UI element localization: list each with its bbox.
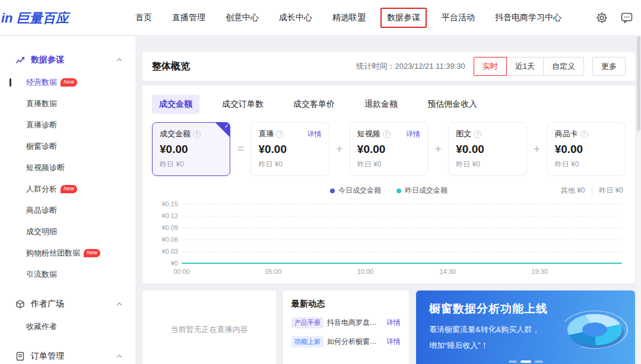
metric-card-yesterday: 昨日 ¥0 (555, 159, 618, 170)
chevron-up-icon (116, 58, 122, 62)
sidebar-item-traffic-data[interactable]: 引流数据 (0, 264, 135, 285)
sidebar-header-label: 数据参谋 (31, 55, 64, 65)
sidebar-item-fanclub-data[interactable]: 购物粉丝团数据 New (0, 242, 135, 264)
range-custom-button[interactable]: 自定义 (543, 57, 584, 76)
tab-refund-amount[interactable]: 退款金额 (357, 95, 405, 114)
legend-label: 今日成交金额 (338, 186, 381, 196)
tab-est-commission[interactable]: 预估佣金收入 (420, 95, 484, 114)
legend-today[interactable]: 今日成交金额 (330, 186, 381, 196)
sidebar-item-label: 直播数据 (26, 98, 57, 109)
other-yesterday: 昨日 ¥0 (599, 186, 623, 194)
sidebar: 数据参谋 经营数据 New 直播数据 直播诊断 橱窗诊断 短视频诊断 (0, 36, 135, 364)
news-detail-link[interactable]: 详情 (386, 337, 401, 347)
nav-icons (596, 0, 633, 36)
new-badge: New (61, 185, 77, 193)
metric-card-value: ¥0.00 (357, 143, 420, 156)
metric-card-live[interactable]: 直播 ? 详情 ¥0.00 昨日 ¥0 (250, 122, 329, 176)
metric-card-yesterday: 昨日 ¥0 (160, 159, 223, 170)
tab-avg-order-value[interactable]: 成交客单价 (286, 95, 342, 114)
more-button[interactable]: 更多 (592, 57, 626, 76)
carousel-dot-active[interactable] (521, 360, 531, 363)
info-icon[interactable]: ? (383, 130, 391, 138)
message-bubble-icon[interactable] (621, 12, 633, 24)
tab-gmv[interactable]: 成交金额 (152, 95, 199, 114)
sidebar-header-order-mgmt[interactable]: 订单管理 (0, 344, 135, 364)
tab-order-count[interactable]: 成交订单数 (215, 95, 271, 114)
overview-header: 整体概览 统计时间：2023/12/21 11:39:30 实时 近1天 自定义… (142, 52, 635, 81)
legend-yesterday[interactable]: 昨日成交金额 (396, 186, 448, 196)
metric-card-image-text[interactable]: 图文 ? ¥0.00 昨日 ¥0 (448, 122, 526, 176)
metric-card-total[interactable]: ✓ 成交金额 ? ¥0.00 昨日 ¥0 (152, 122, 230, 176)
sidebar-header-data-advisor[interactable]: 数据参谋 (0, 48, 135, 72)
metric-card-product-card[interactable]: 商品卡 ? ¥0.00 昨日 ¥0 (547, 122, 626, 176)
range-realtime-button[interactable]: 实时 (474, 57, 507, 76)
nav-item-live-mgmt[interactable]: 直播管理 (172, 12, 205, 23)
carousel-dot[interactable] (535, 360, 543, 363)
news-tag-new-feature[interactable]: 功能上新 (291, 336, 323, 347)
news-item[interactable]: 产品手册 抖音电商罗盘最全最... 详情 (291, 317, 401, 328)
sidebar-item-live-data[interactable]: 直播数据 (0, 93, 135, 114)
scrollbar-thumb[interactable] (637, 36, 640, 131)
detail-link[interactable]: 详情 (307, 129, 322, 139)
x-tick: 10:00 (357, 268, 374, 275)
logo[interactable]: in 巨量百应 (1, 9, 69, 27)
top-nav: in 巨量百应 首页 直播管理 创意中心 成长中心 精选联盟 数据参谋 平台活动… (0, 0, 641, 36)
legend-dot-yesterday-icon (396, 189, 401, 193)
main-content: 整体概览 统计时间：2023/12/21 11:39:30 实时 近1天 自定义… (142, 36, 635, 364)
sidebar-item-transaction-detail[interactable]: 成交明细 (0, 221, 135, 242)
info-icon[interactable]: ? (474, 130, 481, 138)
sidebar-item-showcase-diagnosis[interactable]: 橱窗诊断 (0, 136, 135, 157)
nav-item-learning-center[interactable]: 抖音电商学习中心 (495, 12, 561, 23)
stat-time: 统计时间：2023/12/21 11:39:30 (356, 61, 465, 72)
selected-corner: ✓ (215, 122, 230, 138)
nav-item-platform-activity[interactable]: 平台活动 (442, 12, 475, 23)
nav-item-data-advisor[interactable]: 数据参谋 (380, 8, 427, 28)
sidebar-item-live-diagnosis[interactable]: 直播诊断 (0, 114, 135, 136)
sidebar-item-label: 收藏作者 (26, 321, 57, 332)
y-tick: ¥0.03 (154, 248, 178, 255)
info-icon[interactable]: ? (580, 130, 588, 138)
metric-card-yesterday: 昨日 ¥0 (456, 159, 519, 170)
sidebar-item-audience-analysis[interactable]: 人群分析 New (0, 178, 135, 200)
operator-equals: = (230, 122, 250, 176)
news-item[interactable]: 功能上新 如何分析橱窗数据，... 详情 (291, 336, 401, 347)
sidebar-item-business-data[interactable]: 经营数据 New (0, 72, 135, 93)
x-tick: 05:00 (265, 268, 282, 275)
news-card: 最新动态 产品手册 抖音电商罗盘最全最... 详情 功能上新 如何分析橱窗数据，… (283, 290, 409, 364)
metric-card-value: ¥0.00 (555, 143, 618, 156)
metric-card-title: 成交金额 (160, 129, 191, 139)
x-tick: 14:30 (439, 268, 456, 275)
sidebar-section-author-plaza: 作者广场 收藏作者 (0, 292, 135, 337)
sidebar-item-label: 人群分析 (26, 184, 57, 194)
sidebar-item-label: 商品诊断 (26, 205, 57, 216)
promo-banner[interactable]: 橱窗数据分析功能上线 看清橱窗流量&转化&购买人群， 增加“睡后收入”！ (416, 290, 635, 364)
chart-grid: ¥0.15 ¥0.12 ¥0.09 ¥0.06 ¥0.03 ¥0 (182, 204, 622, 263)
detail-link[interactable]: 详情 (406, 129, 420, 139)
news-detail-link[interactable]: 详情 (386, 318, 401, 328)
info-icon[interactable]: ? (193, 130, 201, 138)
carousel-dot[interactable] (509, 360, 517, 363)
overview-controls: 统计时间：2023/12/21 11:39:30 实时 近1天 自定义 更多 (356, 57, 626, 76)
sidebar-item-label: 购物粉丝团数据 (26, 248, 80, 258)
carousel-dots (509, 360, 543, 363)
overview-panel: 成交金额 成交订单数 成交客单价 退款金额 预估佣金收入 ✓ 成交金额 ? ¥0… (142, 85, 635, 283)
metric-card-title: 直播 (258, 129, 274, 139)
news-tag-manual[interactable]: 产品手册 (291, 317, 323, 328)
sidebar-item-product-diagnosis[interactable]: 商品诊断 (0, 200, 135, 221)
nav-item-creative-center[interactable]: 创意中心 (226, 12, 259, 23)
chevron-up-icon (116, 355, 122, 358)
news-title: 最新动态 (291, 299, 401, 309)
info-icon[interactable]: ? (276, 130, 284, 138)
settings-gear-icon[interactable] (596, 12, 608, 24)
nav-item-home[interactable]: 首页 (135, 12, 152, 23)
page-scrollbar[interactable] (636, 36, 641, 364)
sidebar-header-author-plaza[interactable]: 作者广场 (0, 292, 135, 316)
metric-card-short-video[interactable]: 短视频 ? 详情 ¥0.00 昨日 ¥0 (350, 122, 428, 176)
stat-time-value: 2023/12/21 11:39:30 (395, 62, 465, 71)
range-1day-button[interactable]: 近1天 (506, 57, 544, 76)
sidebar-item-video-diagnosis[interactable]: 短视频诊断 (0, 157, 135, 178)
sidebar-item-favorite-authors[interactable]: 收藏作者 (0, 316, 135, 337)
nav-item-growth-center[interactable]: 成长中心 (279, 12, 312, 23)
nav-item-selected-alliance[interactable]: 精选联盟 (332, 12, 366, 23)
stat-time-label: 统计时间： (356, 62, 395, 71)
